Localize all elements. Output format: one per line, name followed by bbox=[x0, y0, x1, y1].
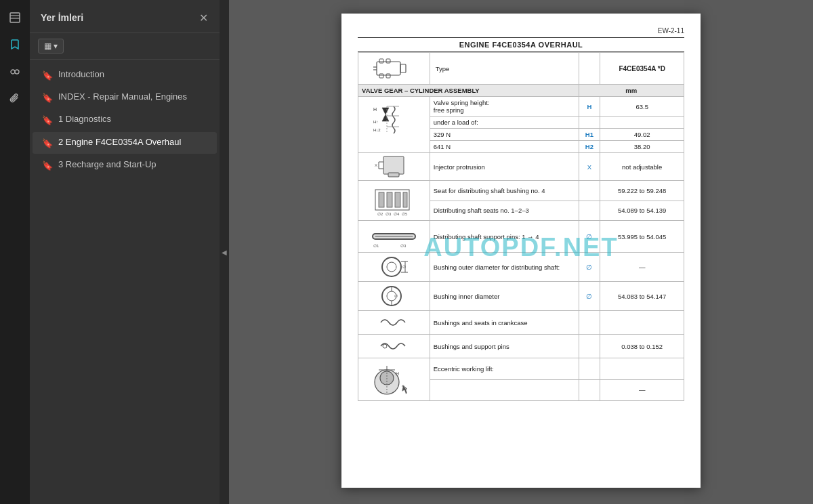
svg-marker-14 bbox=[382, 108, 389, 114]
bushing-pins-desc: Bushings and support pins bbox=[430, 335, 579, 358]
toolbar-dropdown-arrow: ▾ bbox=[54, 41, 58, 51]
bushing-seats-desc: Bushings and seats in crankcase bbox=[430, 311, 579, 335]
sidebar-item-introduction[interactable]: 🔖 Introduction bbox=[33, 64, 217, 86]
valve-spring-sym-h1: H1 bbox=[579, 129, 600, 141]
svg-point-43 bbox=[382, 257, 401, 276]
injector-sym: X bbox=[579, 153, 600, 181]
dist-seat-4-sym bbox=[579, 181, 600, 201]
bushing-outer-diagram: ∅ bbox=[375, 255, 413, 279]
injector-diagram: X bbox=[373, 155, 414, 178]
sidebar-title: Yer İmleri bbox=[41, 12, 83, 23]
svg-text:∅3: ∅3 bbox=[385, 212, 392, 216]
svg-text:∅5: ∅5 bbox=[402, 212, 408, 216]
bushing-pins-val: 0.038 to 0.152 bbox=[600, 335, 684, 358]
valve-spring-val-h1: 49.02 bbox=[600, 129, 684, 141]
sidebar-toolbar-menu-button[interactable]: ▦ ▾ bbox=[38, 39, 64, 54]
svg-text:H↓2: H↓2 bbox=[373, 128, 381, 132]
dist-shaft-seats-val: 54.089 to 54.139 bbox=[600, 201, 684, 221]
injector-row: X Injector protrusion X not adjustable bbox=[358, 153, 684, 181]
svg-rect-0 bbox=[10, 13, 20, 22]
bushing-seats-sym bbox=[579, 311, 600, 335]
svg-rect-8 bbox=[379, 59, 383, 63]
svg-rect-23 bbox=[383, 156, 404, 174]
bushing-inner-val: 54.083 to 54.147 bbox=[600, 282, 684, 311]
bushing-pins-diagram bbox=[375, 337, 413, 356]
svg-rect-31 bbox=[387, 192, 392, 207]
svg-rect-32 bbox=[395, 192, 400, 207]
sidebar-item-recharge[interactable]: 🔖 3 Recharge and Start-Up bbox=[33, 154, 217, 176]
paperclip-icon[interactable] bbox=[3, 87, 27, 111]
svg-text:∅2: ∅2 bbox=[377, 212, 383, 216]
bushing-seats-val bbox=[600, 311, 684, 335]
section-header-row: VALVE GEAR – CYLINDER ASSEMBLY mm bbox=[358, 85, 684, 97]
dist-seat-row: ∅2 ∅3 ∅4 ∅5 Seat for distributing shaft … bbox=[358, 181, 684, 201]
bushing-outer-image: ∅ bbox=[358, 253, 430, 282]
sidebar-header: Yer İmleri ✕ bbox=[30, 0, 220, 33]
sidebar-toolbar: ▦ ▾ bbox=[30, 33, 220, 60]
dist-seat-diagram: ∅2 ∅3 ∅4 ∅5 bbox=[372, 183, 416, 218]
unit-label: mm bbox=[579, 85, 684, 97]
specs-table: Type F4CE0354A *D VALVE GEAR – CYLINDER … bbox=[358, 52, 684, 401]
dist-pins-image: ∅1 ∅3 bbox=[358, 221, 430, 253]
bushing-pins-image bbox=[358, 335, 430, 358]
sidebar-item-label-index: INDEX - Repair Manual, Engines bbox=[58, 91, 209, 103]
valve-spring-val-h2: 38.20 bbox=[600, 141, 684, 153]
valve-spring-329-desc: 329 N bbox=[430, 129, 579, 141]
bookmark-icon-index: 🔖 bbox=[42, 92, 53, 104]
valve-spring-val-empty bbox=[600, 117, 684, 129]
sidebar-collapse-handle[interactable]: ◀ bbox=[220, 0, 229, 504]
valve-spring-sym-h2: H2 bbox=[579, 141, 600, 153]
dist-seat-4-desc: Seat for distributing shaft bushing no. … bbox=[430, 181, 579, 201]
sidebar-item-label-introduction: Introduction bbox=[58, 68, 209, 81]
pdf-page: EW-2-11 ENGINE F4CE0354A OVERHAUL AUTOPD… bbox=[341, 14, 701, 488]
bushing-seats-diagram bbox=[375, 313, 413, 332]
svg-text:H: H bbox=[396, 371, 399, 376]
bookmark-icon-engine: 🔖 bbox=[42, 138, 53, 150]
link-icon[interactable] bbox=[3, 60, 27, 84]
eccentric-desc: Eccentric working lift: bbox=[430, 358, 579, 380]
bookmarks-icon[interactable] bbox=[3, 33, 27, 57]
type-sym-cell bbox=[579, 53, 600, 85]
sidebar-item-engine-overhaul[interactable]: 🔖 2 Engine F4CE0354A Overhaul bbox=[33, 132, 217, 154]
svg-point-54 bbox=[383, 344, 387, 348]
bookmark-icon-recharge: 🔖 bbox=[42, 160, 53, 172]
bushing-outer-desc: Bushing outer diameter for distributing … bbox=[430, 253, 579, 282]
page-title: ENGINE F4CE0354A OVERHAUL bbox=[358, 37, 684, 52]
valve-spring-val-h: 63.5 bbox=[600, 97, 684, 117]
bushing-inner-sym: ∅ bbox=[579, 282, 600, 311]
svg-point-4 bbox=[15, 70, 19, 74]
svg-rect-30 bbox=[379, 192, 384, 207]
icon-bar bbox=[0, 0, 30, 504]
valve-spring-image: H H↑ H↓2 bbox=[358, 97, 430, 153]
svg-text:∅3: ∅3 bbox=[400, 244, 406, 248]
dist-seat-image: ∅2 ∅3 ∅4 ∅5 bbox=[358, 181, 430, 221]
bushing-outer-sym: ∅ bbox=[579, 253, 600, 282]
valve-spring-sym-empty bbox=[579, 117, 600, 129]
bushing-inner-image: ∅ bbox=[358, 282, 430, 311]
bushing-seats-row: Bushings and seats in crankcase bbox=[358, 311, 684, 335]
bushing-outer-row: ∅ Bushing outer diameter for distributin… bbox=[358, 253, 684, 282]
layers-icon[interactable] bbox=[3, 5, 27, 30]
svg-text:∅: ∅ bbox=[402, 265, 406, 269]
sidebar-item-diagnostics[interactable]: 🔖 1 Diagnostics bbox=[33, 109, 217, 131]
page-number: EW-2-11 bbox=[358, 27, 684, 35]
dist-shaft-seats-sym bbox=[579, 201, 600, 221]
eccentric-desc-2 bbox=[430, 379, 579, 401]
valve-spring-641-desc: 641 N bbox=[430, 141, 579, 153]
svg-rect-24 bbox=[388, 173, 399, 177]
eccentric-row: H Eccentric working lift: bbox=[358, 358, 684, 380]
bushing-seats-image bbox=[358, 311, 430, 335]
bookmark-icon-diagnostics: 🔖 bbox=[42, 114, 53, 127]
dist-pins-row: ∅1 ∅3 Distributing shaft support pins: 1… bbox=[358, 221, 684, 253]
svg-point-3 bbox=[11, 70, 15, 74]
svg-text:X: X bbox=[375, 163, 377, 167]
valve-spring-desc: Valve spring height:free spring bbox=[430, 97, 579, 117]
sidebar-close-button[interactable]: ✕ bbox=[195, 9, 211, 26]
bushing-pins-sym bbox=[579, 335, 600, 358]
svg-rect-11 bbox=[386, 74, 390, 78]
sidebar-panel: Yer İmleri ✕ ▦ ▾ 🔖 Introduction 🔖 INDEX … bbox=[30, 0, 220, 504]
svg-marker-15 bbox=[382, 114, 389, 121]
sidebar-item-index[interactable]: 🔖 INDEX - Repair Manual, Engines bbox=[33, 87, 217, 108]
engine-diagram bbox=[373, 56, 414, 81]
svg-rect-7 bbox=[400, 64, 406, 72]
